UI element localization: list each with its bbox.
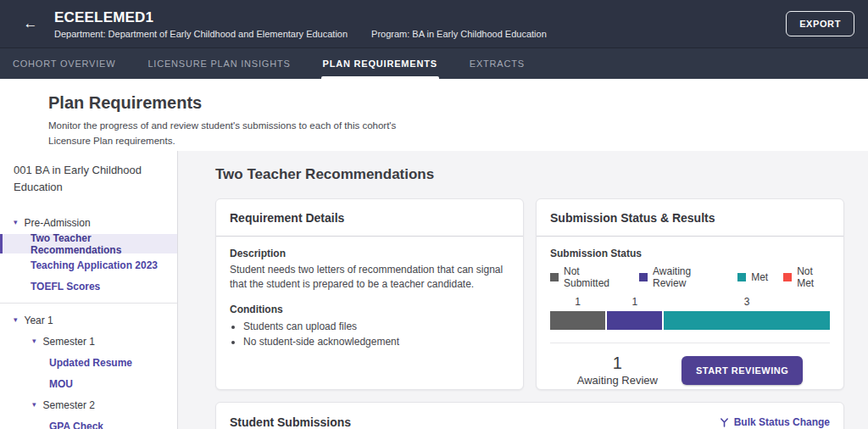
caret-down-icon: ▾: [14, 219, 18, 226]
app-window: ← ECEELEMED1 Department: Department of E…: [0, 0, 868, 429]
card-title: Submission Status & Results: [537, 199, 843, 237]
conditions-label: Conditions: [230, 304, 509, 315]
legend-swatch: [550, 273, 559, 281]
submission-status-bar: [550, 311, 830, 330]
legend-item-met: Met: [737, 265, 768, 289]
tree-item-label: MOU: [49, 378, 73, 390]
plan-title: 001 BA in Early Childhood Education: [0, 151, 177, 201]
tab-extracts[interactable]: EXTRACTS: [468, 48, 526, 79]
bulk-status-change-label: Bulk Status Change: [734, 416, 830, 428]
card-title: Requirement Details: [216, 199, 523, 237]
body: 001 BA in Early Childhood Education ▾ Pr…: [0, 151, 868, 429]
cohort-title-block: ECEELEMED1 Department: Department of Ear…: [54, 9, 786, 39]
caret-down-icon: ▾: [32, 337, 36, 345]
description-label: Description: [230, 248, 509, 259]
tree-separator: [0, 303, 177, 304]
legend-swatch: [737, 273, 746, 281]
legend-swatch: [639, 273, 648, 281]
card-divider: [550, 343, 830, 343]
tree-group-label: Pre-Admission: [25, 217, 91, 229]
segment-count-not-submitted: 1: [550, 296, 605, 308]
tree-group-label: Year 1: [25, 315, 53, 326]
tree-item-updated-resume[interactable]: Updated Resume: [0, 353, 177, 372]
start-reviewing-button[interactable]: START REVIEWING: [682, 356, 803, 385]
tree-group-label: Semester 2: [43, 399, 95, 411]
submission-status-card: Submission Status & Results Submission S…: [536, 198, 844, 390]
legend-label: Not Submitted: [564, 265, 624, 289]
bar-segment-awaiting-review[interactable]: [607, 311, 662, 330]
cohort-title: ECEELEMED1: [54, 9, 786, 26]
requirement-details-body: Description Student needs two letters of…: [216, 237, 523, 361]
department-label: Department: Department of Early Childhoo…: [54, 29, 348, 39]
awaiting-label: Awaiting Review: [577, 374, 658, 387]
conditions-list: Students can upload files No student-sid…: [243, 319, 509, 350]
tree-group-year-1[interactable]: ▾ Year 1: [0, 310, 177, 330]
tree-item-two-teacher-recommendations[interactable]: Two Teacher Recommendations: [0, 234, 177, 254]
tree-item-label: Teaching Application 2023: [31, 259, 158, 271]
caret-down-icon: ▾: [14, 316, 18, 324]
tab-licensure-plan-insights[interactable]: LICENSURE PLAN INSIGHTS: [146, 48, 292, 79]
bar-counts: 1 1 3: [550, 296, 830, 308]
legend-label: Awaiting Review: [653, 265, 722, 289]
tree-item-mou[interactable]: MOU: [0, 374, 177, 393]
tree-item-label: Updated Resume: [49, 357, 132, 369]
card-title: Student Submissions: [230, 415, 351, 429]
student-submissions-header: Student Submissions Bulk Status Change: [216, 403, 843, 429]
legend-item-not-submitted: Not Submitted: [550, 265, 624, 289]
tree-item-teaching-application-2023[interactable]: Teaching Application 2023: [0, 255, 177, 275]
submission-status-label: Submission Status: [550, 248, 830, 259]
legend-label: Not Met: [797, 265, 830, 289]
tree-group-semester-1[interactable]: ▾ Semester 1: [0, 332, 177, 351]
review-row: 1 Awaiting Review START REVIEWING: [550, 354, 830, 387]
legend-swatch: [783, 273, 792, 281]
bulk-status-change-link[interactable]: Bulk Status Change: [720, 416, 830, 428]
bar-segment-not-submitted[interactable]: [550, 311, 605, 330]
cards-row: Requirement Details Description Student …: [215, 198, 844, 390]
legend-item-awaiting-review: Awaiting Review: [639, 265, 722, 289]
requirement-title: Two Teacher Recommendations: [215, 166, 844, 183]
cohort-meta: Department: Department of Early Childhoo…: [54, 29, 786, 39]
condition-item: Students can upload files: [243, 319, 509, 335]
tab-bar: COHORT OVERVIEW LICENSURE PLAN INSIGHTS …: [0, 47, 868, 79]
status-legend: Not Submitted Awaiting Review Met: [550, 265, 830, 289]
awaiting-summary: 1 Awaiting Review: [577, 354, 658, 387]
back-arrow-icon[interactable]: ←: [17, 10, 44, 37]
awaiting-count: 1: [577, 354, 658, 372]
requirements-sidebar: 001 BA in Early Childhood Education ▾ Pr…: [0, 151, 178, 429]
tree-item-label: TOEFL Scores: [31, 281, 100, 292]
segment-count-awaiting-review: 1: [607, 296, 662, 308]
tree-group-semester-2[interactable]: ▾ Semester 2: [0, 395, 177, 415]
segment-count-met: 3: [664, 296, 830, 308]
submission-status-body: Submission Status Not Submitted Awaiting…: [537, 237, 843, 398]
main-content: Two Teacher Recommendations Requirement …: [178, 151, 868, 429]
page-subtitle: Monitor the progress of and review stude…: [48, 119, 411, 149]
tree-item-label: GPA Check: [49, 421, 103, 429]
branch-y-icon: [720, 417, 729, 427]
legend-label: Met: [751, 271, 768, 283]
student-submissions-card: Student Submissions Bulk Status Change: [215, 402, 844, 429]
page-title: Plan Requirements: [48, 93, 868, 113]
tab-cohort-overview[interactable]: COHORT OVERVIEW: [11, 48, 117, 79]
export-button[interactable]: EXPORT: [786, 11, 854, 36]
program-label: Program: BA in Early Childhood Education: [371, 29, 547, 39]
tree-group-label: Semester 1: [43, 336, 95, 348]
description-text: Student needs two letters of recommendat…: [230, 263, 509, 292]
bar-segment-met[interactable]: [664, 311, 830, 330]
tree-item-label: Two Teacher Recommendations: [31, 232, 177, 256]
requirements-tree: ▾ Pre-Admission Two Teacher Recommendati…: [0, 213, 177, 429]
condition-item: No student-side acknowledgement: [243, 334, 509, 350]
requirement-details-card: Requirement Details Description Student …: [215, 198, 524, 390]
legend-item-not-met: Not Met: [783, 265, 830, 289]
top-header: ← ECEELEMED1 Department: Department of E…: [0, 0, 868, 47]
tree-group-pre-admission[interactable]: ▾ Pre-Admission: [0, 213, 177, 232]
tree-item-toefl-scores[interactable]: TOEFL Scores: [0, 276, 177, 296]
tree-item-gpa-check[interactable]: GPA Check: [0, 416, 177, 429]
caret-down-icon: ▾: [32, 401, 36, 409]
tab-plan-requirements[interactable]: PLAN REQUIREMENTS: [321, 48, 439, 79]
